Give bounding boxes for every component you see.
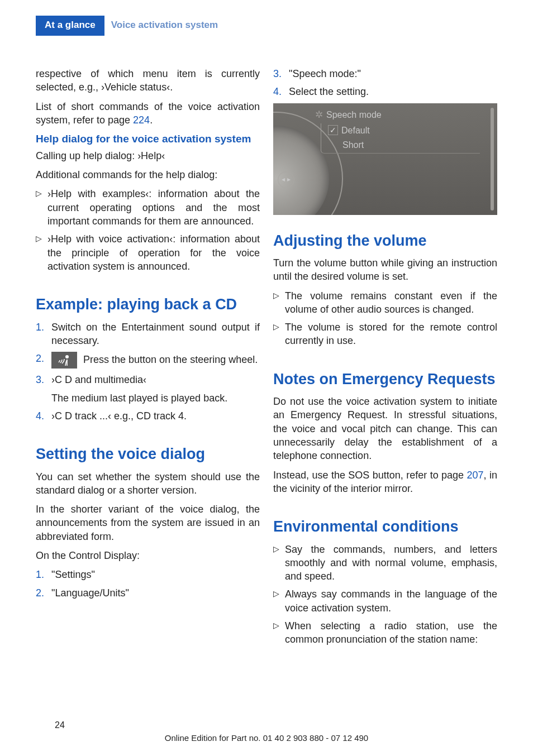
step-text: "Settings" bbox=[51, 568, 260, 581]
item-label: Short bbox=[342, 139, 364, 151]
step-text: "Speech mode:" bbox=[289, 67, 497, 80]
env-item-3: When selecting a radio station, use the … bbox=[285, 619, 497, 647]
step-text: Switch on the Entertainment sound output… bbox=[51, 320, 260, 348]
help-p1: Calling up help dialog: ›Help‹ bbox=[36, 149, 260, 162]
setting-p2: In the shorter variant of the voice dial… bbox=[36, 503, 260, 543]
help-item-2: ›Help with voice activation‹: informatio… bbox=[47, 232, 260, 273]
emergency-p1: Do not use the voice activation system t… bbox=[273, 395, 497, 462]
speech-icon: ✲ bbox=[315, 109, 323, 120]
step-num: 3. bbox=[273, 67, 283, 80]
help-item-1: ›Help with examples‹: information about … bbox=[47, 187, 260, 228]
step-2-text: Press the button on the steering wheel. bbox=[80, 354, 258, 365]
item-label: Default bbox=[341, 125, 370, 137]
step-num: 4. bbox=[273, 85, 283, 98]
emergency-p2: Instead, use the SOS button, refer to pa… bbox=[273, 468, 497, 496]
step-num: 1. bbox=[36, 568, 46, 581]
volume-item-1: The volume remains constant even if the … bbox=[285, 289, 497, 317]
step-num: 4. bbox=[36, 409, 46, 423]
volume-p: Turn the volume button while giving an i… bbox=[273, 256, 497, 284]
example-heading: Example: playing back a CD bbox=[36, 295, 260, 313]
setting-p3: On the Control Display: bbox=[36, 549, 260, 562]
footer-imprint: Online Edition for Part no. 01 40 2 903 … bbox=[0, 733, 533, 744]
screenshot-title: ✲Speech mode bbox=[315, 109, 382, 122]
emergency-heading: Notes on Emergency Requests bbox=[273, 370, 497, 388]
column-right: 3."Speech mode:" 4.Select the setting. ◂… bbox=[273, 67, 497, 651]
volume-item-2: The volume is stored for the remote cont… bbox=[285, 320, 497, 348]
step-num: 2. bbox=[36, 352, 46, 365]
env-item-2: Always say commands in the language of t… bbox=[285, 587, 497, 615]
screenshot-scrollbar bbox=[491, 108, 494, 210]
page-link-224[interactable]: 224 bbox=[133, 114, 150, 126]
emerg-text-a: Instead, use the SOS button, refer to pa… bbox=[273, 470, 467, 481]
help-heading: Help dialog for the voice activation sys… bbox=[36, 132, 260, 146]
volume-heading: Adjusting the volume bbox=[273, 232, 497, 250]
column-left: respective of which menu item is current… bbox=[36, 67, 260, 651]
page-number: 24 bbox=[55, 719, 65, 731]
setting-heading: Setting the voice dialog bbox=[36, 445, 260, 463]
step-text: "Language/Units" bbox=[51, 586, 260, 600]
help-p2: Additional commands for the help dialog: bbox=[36, 168, 260, 181]
step-num: 1. bbox=[36, 320, 46, 334]
step-num: 3. bbox=[36, 373, 46, 386]
tab-at-a-glance[interactable]: At a glance bbox=[36, 16, 104, 36]
voice-button-icon bbox=[51, 352, 77, 369]
step-text: Press the button on the steering wheel. bbox=[51, 352, 260, 369]
tab-voice-activation[interactable]: Voice activation system bbox=[104, 16, 218, 36]
svg-point-0 bbox=[65, 355, 69, 358]
step-3-note: The medium last played is played back. bbox=[51, 393, 227, 404]
screenshot-title-text: Speech mode bbox=[326, 110, 382, 119]
screenshot-item-default: ✓ Default bbox=[328, 125, 370, 137]
step-3-cmd: ›C D and multimedia‹ bbox=[51, 373, 260, 386]
env-item-1: Say the commands, numbers, and letters s… bbox=[285, 543, 497, 583]
idrive-screenshot: ◂ ▸ ✲Speech mode ✓ Default Short bbox=[273, 103, 497, 215]
ref-text-b: . bbox=[150, 114, 153, 126]
step-text: ›C D track ...‹ e.g., CD track 4. bbox=[51, 409, 260, 423]
short-commands-ref: List of short commands of the voice acti… bbox=[36, 100, 260, 127]
check-icon: ✓ bbox=[328, 125, 338, 135]
dial-arrows-icon: ◂ ▸ bbox=[278, 171, 294, 188]
screenshot-item-short: Short bbox=[342, 139, 364, 151]
env-heading: Environmental conditions bbox=[273, 518, 497, 535]
step-text: Select the setting. bbox=[289, 85, 497, 98]
page-link-207[interactable]: 207 bbox=[467, 470, 484, 481]
step-text: ›C D and multimedia‹ The medium last pla… bbox=[51, 373, 260, 405]
intro-paragraph: respective of which menu item is current… bbox=[36, 67, 260, 94]
step-num: 2. bbox=[36, 586, 46, 600]
setting-p1: You can set whether the system should us… bbox=[36, 470, 260, 497]
